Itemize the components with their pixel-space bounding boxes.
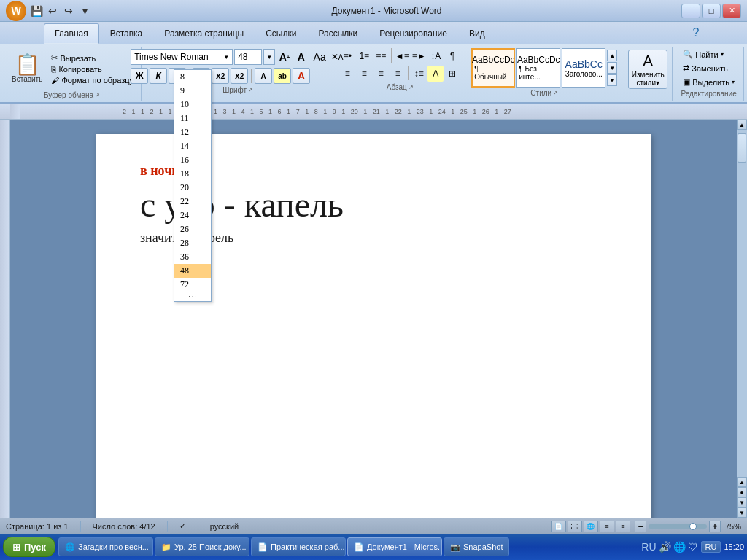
language-indicator[interactable]: RU xyxy=(701,541,721,553)
scroll-down-button[interactable]: ▼ xyxy=(737,508,747,518)
font-size-option-14[interactable]: 14 xyxy=(174,139,211,153)
help-button[interactable]: ? xyxy=(689,26,703,40)
change-case-button[interactable]: Aa xyxy=(311,49,328,65)
redo-qa-btn[interactable]: ↪ xyxy=(61,4,76,18)
paste-button[interactable]: 📋 Вставить xyxy=(7,53,47,85)
tray-icon-network[interactable]: 🌐 xyxy=(673,541,686,553)
close-button[interactable]: ✕ xyxy=(722,4,741,18)
font-size-option-22[interactable]: 22 xyxy=(174,195,211,209)
borders-button[interactable]: ⊞ xyxy=(444,66,460,82)
tab-layout[interactable]: Разметка страницы xyxy=(153,23,255,44)
tray-icon-security[interactable]: 🛡 xyxy=(688,541,698,553)
font-size-box[interactable]: 48 xyxy=(234,49,262,65)
start-button[interactable]: ⊞ Пуск xyxy=(3,537,55,557)
font-size-dropdown-arrow[interactable]: ▼ xyxy=(263,49,275,65)
font-size-option-36[interactable]: 36 xyxy=(174,250,211,264)
zoom-out-button[interactable]: − xyxy=(635,521,646,532)
superscript-button[interactable]: x2 xyxy=(231,68,248,84)
font-size-option-28[interactable]: 28 xyxy=(174,236,211,250)
font-size-option-26[interactable]: 26 xyxy=(174,222,211,236)
zoom-slider-track[interactable] xyxy=(649,524,707,529)
scroll-track[interactable] xyxy=(737,130,747,477)
style-no-spacing[interactable]: AaBbCcDc ¶ Без инте... xyxy=(516,48,560,88)
sort-button[interactable]: ↕A xyxy=(427,48,444,64)
font-size-option-72[interactable]: 72 xyxy=(174,278,211,292)
view-draft-btn[interactable]: ≡ xyxy=(616,521,630,532)
font-size-option-11[interactable]: 11 xyxy=(174,112,211,125)
undo-qa-btn[interactable]: ↩ xyxy=(45,4,60,18)
styles-scroll-up[interactable]: ▲ xyxy=(607,50,617,61)
decrease-indent-button[interactable]: ◄≡ xyxy=(394,48,410,64)
show-formatting-button[interactable]: ¶ xyxy=(444,48,460,64)
customize-qa-btn[interactable]: ▾ xyxy=(77,4,92,18)
subscript-button[interactable]: x2 xyxy=(212,68,229,84)
font-size-option-48[interactable]: 48 xyxy=(174,264,211,278)
styles-more[interactable]: ▾ xyxy=(607,74,617,86)
find-button[interactable]: 🔍 Найти ▾ xyxy=(678,48,739,61)
cut-button[interactable]: ✂ Вырезать xyxy=(48,52,136,63)
change-styles-button[interactable]: A Изменитьстили▾ xyxy=(628,50,667,89)
style-normal[interactable]: AaBbCcDc ¶ Обычный xyxy=(471,48,515,88)
font-size-option-18[interactable]: 18 xyxy=(174,167,211,181)
bold-button[interactable]: Ж xyxy=(131,68,148,84)
font-size-option-16[interactable]: 16 xyxy=(174,153,211,167)
highlight-button[interactable]: ab xyxy=(274,68,291,84)
font-dropdown-scroll[interactable]: · · · xyxy=(174,292,211,301)
replace-button[interactable]: ⇄ Заменить xyxy=(678,62,739,74)
clipboard-expander[interactable]: ↗ xyxy=(95,92,100,98)
grow-font-button[interactable]: A+ xyxy=(276,49,293,65)
font-name-dropdown-arrow[interactable]: ▼ xyxy=(223,54,229,61)
office-button[interactable]: W xyxy=(6,1,26,21)
font-name-box[interactable]: Times New Roman ▼ xyxy=(131,49,233,65)
font-size-option-9[interactable]: 9 xyxy=(174,84,211,98)
scroll-next-page[interactable]: ▼ xyxy=(737,497,747,508)
font-size-option-8[interactable]: 8 xyxy=(174,70,211,84)
styles-expander[interactable]: ↗ xyxy=(553,90,558,96)
view-fullscreen-btn[interactable]: ⛶ xyxy=(568,521,582,532)
line-spacing-button[interactable]: ↕≡ xyxy=(411,66,427,82)
taskbar-item-2[interactable]: 📁 Ур. 25 Поиск доку... xyxy=(155,537,249,556)
italic-button[interactable]: К xyxy=(150,68,167,84)
scroll-select[interactable]: ● xyxy=(737,487,747,497)
zoom-in-button[interactable]: + xyxy=(709,521,721,532)
taskbar-item-1[interactable]: 🌐 Загадки про весн... xyxy=(58,537,153,556)
font-size-option-12[interactable]: 12 xyxy=(174,125,211,139)
scroll-prev-page[interactable]: ▲ xyxy=(737,477,747,487)
maximize-button[interactable]: □ xyxy=(702,4,721,18)
scroll-up-button[interactable]: ▲ xyxy=(737,120,747,130)
tab-review[interactable]: Рецензирование xyxy=(368,23,458,44)
align-left-button[interactable]: ≡ xyxy=(339,66,355,82)
increase-indent-button[interactable]: ≡► xyxy=(411,48,427,64)
tab-references[interactable]: Ссылки xyxy=(255,23,307,44)
font-size-option-10[interactable]: 10 xyxy=(174,98,211,112)
paragraph-expander[interactable]: ↗ xyxy=(409,84,414,90)
taskbar-item-3[interactable]: 📄 Практическая раб... xyxy=(251,537,346,556)
font-size-option-24[interactable]: 24 xyxy=(174,209,211,222)
shrink-font-button[interactable]: A- xyxy=(294,49,310,65)
text-effects-button[interactable]: A xyxy=(255,68,272,84)
tab-view[interactable]: Вид xyxy=(458,23,496,44)
tab-home[interactable]: Главная xyxy=(44,23,99,44)
save-qa-btn[interactable]: 💾 xyxy=(29,4,44,18)
font-color-button[interactable]: A xyxy=(293,68,310,84)
justify-button[interactable]: ≡ xyxy=(390,66,406,82)
font-expander[interactable]: ↗ xyxy=(248,87,253,93)
scroll-thumb[interactable] xyxy=(738,133,746,163)
select-button[interactable]: ▣ Выделить ▾ xyxy=(678,76,739,88)
tab-insert[interactable]: Вставка xyxy=(99,23,154,44)
shading-button[interactable]: A xyxy=(427,66,444,82)
bullets-button[interactable]: ≡• xyxy=(339,48,355,64)
zoom-slider-thumb[interactable] xyxy=(689,523,697,530)
copy-button[interactable]: ⎘ Копировать xyxy=(48,64,136,74)
view-outline-btn[interactable]: ≡ xyxy=(600,521,614,532)
font-size-dropdown[interactable]: 8 9 10 11 12 14 16 18 20 22 24 26 28 36 … xyxy=(174,69,212,302)
tab-mailings[interactable]: Рассылки xyxy=(307,23,368,44)
numbering-button[interactable]: 1≡ xyxy=(356,48,372,64)
view-print-btn[interactable]: 📄 xyxy=(551,521,566,532)
view-web-btn[interactable]: 🌐 xyxy=(584,521,598,532)
tray-icon-speaker[interactable]: 🔊 xyxy=(659,541,671,553)
taskbar-item-4[interactable]: 📄 Документ1 - Micros... xyxy=(347,537,442,556)
format-painter-button[interactable]: 🖌 Формат по образцу xyxy=(48,75,136,85)
taskbar-item-5[interactable]: 📷 SnapaShot xyxy=(444,537,509,556)
align-right-button[interactable]: ≡ xyxy=(373,66,389,82)
